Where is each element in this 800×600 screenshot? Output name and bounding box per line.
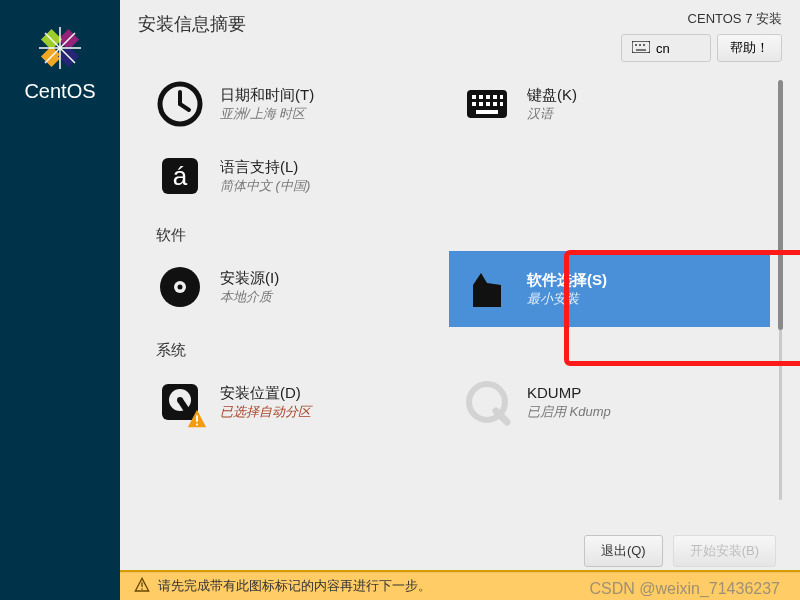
installer-name: CENTOS 7 安装 — [621, 10, 782, 28]
svg-rect-22 — [472, 102, 476, 106]
svg-point-12 — [643, 44, 645, 46]
section-system-label: 系统 — [156, 341, 770, 360]
tile-install-source-sub: 本地介质 — [220, 288, 279, 306]
svg-rect-24 — [486, 102, 490, 106]
keyboard-icon — [463, 80, 511, 128]
tile-partial[interactable] — [156, 438, 463, 448]
clock-icon — [156, 80, 204, 128]
svg-rect-36 — [196, 415, 198, 421]
centos-logo-text: CentOS — [24, 80, 95, 103]
disc-icon — [156, 263, 204, 311]
tile-kdump-sub: 已启用 Kdump — [527, 403, 611, 421]
svg-rect-27 — [476, 110, 498, 114]
tile-install-destination-sub: 已选择自动分区 — [220, 403, 311, 421]
tile-datetime[interactable]: 日期和时间(T) 亚洲/上海 时区 — [156, 68, 463, 140]
svg-rect-20 — [493, 95, 497, 99]
keyboard-layout-indicator[interactable]: cn — [621, 34, 711, 62]
keyboard-small-icon — [632, 41, 650, 56]
svg-line-15 — [180, 104, 189, 110]
branding-sidebar: CentOS — [0, 0, 120, 600]
svg-rect-26 — [500, 102, 503, 106]
tile-install-source-title: 安装源(I) — [220, 268, 279, 288]
language-icon: á — [156, 152, 204, 200]
svg-line-39 — [496, 411, 507, 422]
tile-language-title: 语言支持(L) — [220, 157, 310, 177]
main-panel: 安装信息摘要 CENTOS 7 安装 cn 帮助！ — [120, 0, 800, 600]
svg-rect-23 — [479, 102, 483, 106]
tile-install-destination-title: 安装位置(D) — [220, 383, 311, 403]
svg-point-10 — [635, 44, 637, 46]
tile-datetime-sub: 亚洲/上海 时区 — [220, 105, 314, 123]
package-icon — [463, 265, 511, 313]
tile-kdump[interactable]: KDUMP 已启用 Kdump — [463, 366, 770, 438]
svg-text:á: á — [173, 161, 188, 191]
warning-icon — [134, 577, 150, 596]
svg-rect-17 — [472, 95, 476, 99]
tile-keyboard-sub: 汉语 — [527, 105, 577, 123]
tile-install-source[interactable]: 安装源(I) 本地介质 — [156, 251, 463, 323]
warning-text: 请先完成带有此图标标记的内容再进行下一步。 — [158, 577, 431, 595]
header: 安装信息摘要 CENTOS 7 安装 cn 帮助！ — [120, 0, 800, 66]
svg-point-32 — [178, 285, 183, 290]
centos-logo: CentOS — [24, 24, 95, 103]
tile-software-selection-sub: 最小安装 — [527, 290, 607, 308]
section-software-label: 软件 — [156, 226, 770, 245]
page-title: 安装信息摘要 — [138, 10, 246, 36]
content: 日期和时间(T) 亚洲/上海 时区 键盘(K) 汉语 — [120, 66, 800, 527]
keyboard-layout-label: cn — [656, 41, 670, 56]
harddisk-icon — [156, 378, 204, 426]
tile-datetime-title: 日期和时间(T) — [220, 85, 314, 105]
quit-button[interactable]: 退出(Q) — [584, 535, 663, 567]
tile-partial[interactable] — [463, 438, 770, 448]
svg-rect-21 — [500, 95, 503, 99]
svg-rect-8 — [632, 41, 650, 53]
kdump-icon — [463, 378, 511, 426]
tile-keyboard-title: 键盘(K) — [527, 85, 577, 105]
tile-keyboard[interactable]: 键盘(K) 汉语 — [463, 68, 770, 140]
warning-badge-icon — [186, 408, 208, 430]
svg-rect-42 — [141, 582, 142, 587]
help-button[interactable]: 帮助！ — [717, 34, 782, 62]
svg-rect-25 — [493, 102, 497, 106]
tile-language-sub: 简体中文 (中国) — [220, 177, 310, 195]
svg-rect-19 — [486, 95, 490, 99]
tile-software-selection-title: 软件选择(S) — [527, 270, 607, 290]
scrollbar[interactable] — [779, 80, 782, 500]
tile-kdump-title: KDUMP — [527, 383, 611, 403]
svg-rect-18 — [479, 95, 483, 99]
centos-logo-icon — [36, 24, 84, 72]
begin-install-button[interactable]: 开始安装(B) — [673, 535, 776, 567]
svg-rect-37 — [196, 424, 198, 426]
tile-software-selection[interactable]: 软件选择(S) 最小安装 — [449, 251, 770, 327]
svg-rect-43 — [141, 588, 142, 589]
tile-language[interactable]: á 语言支持(L) 简体中文 (中国) — [156, 140, 463, 212]
watermark: CSDN @weixin_71436237 — [589, 580, 780, 598]
svg-point-11 — [639, 44, 641, 46]
header-right: CENTOS 7 安装 cn 帮助！ — [621, 10, 782, 62]
tile-install-destination[interactable]: 安装位置(D) 已选择自动分区 — [156, 366, 463, 438]
